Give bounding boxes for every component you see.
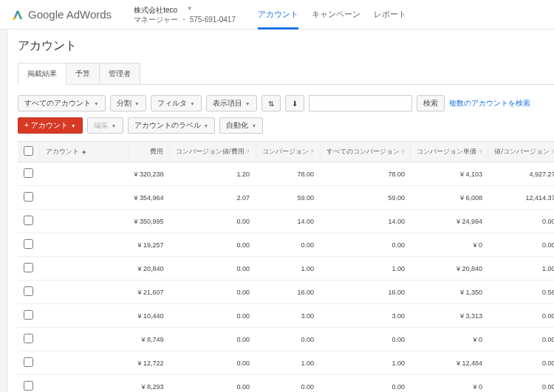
nav-campaign[interactable]: キャンペーン	[312, 0, 360, 30]
table-row: ¥ 8,2930.000.000.00¥ 00.00¥ 00.00%0.00%	[18, 375, 554, 393]
multi-account-search-link[interactable]: 複数のアカウントを検索	[449, 98, 530, 109]
help-icon: ?	[479, 148, 482, 155]
col-conv-val-cost[interactable]: コンバージョン値/費用 ?	[170, 142, 256, 162]
row-checkbox[interactable]	[24, 357, 33, 367]
col-conversions[interactable]: コンバージョン ?	[256, 142, 320, 162]
subtabs: 掲載結果 予算 管理者	[18, 63, 554, 85]
tab-admins[interactable]: 管理者	[99, 63, 140, 84]
row-checkbox[interactable]	[24, 381, 33, 391]
col-val-per-conv[interactable]: 値/コンバージョン ?	[488, 142, 554, 162]
caret-icon: ▼	[94, 101, 99, 106]
all-accounts-dropdown[interactable]: すべてのアカウント▼	[18, 95, 106, 111]
cell-account[interactable]	[40, 328, 129, 351]
cell-cost: ¥ 10,440	[129, 304, 170, 328]
cell-vpc: 0.00	[488, 233, 554, 257]
row-checkbox-cell	[18, 304, 40, 328]
chart-button[interactable]: ⇅	[261, 95, 281, 111]
labels-dropdown[interactable]: アカウントのラベル▼	[128, 117, 216, 134]
cell-vpc: 0.56	[488, 281, 554, 304]
table-row: ¥ 21,6070.0016.0016.00¥ 1,3500.56¥ 1,350…	[18, 281, 554, 304]
cell-convval: ¥ 3,313	[411, 304, 488, 328]
cell-vpc: 0.00	[488, 304, 554, 328]
cell-convval: ¥ 20,840	[411, 257, 488, 281]
row-checkbox[interactable]	[24, 192, 33, 202]
cell-cost: ¥ 354,964	[129, 186, 170, 210]
adwords-icon	[12, 9, 24, 21]
col-all-conversions[interactable]: すべてのコンバージョン ?	[320, 142, 411, 162]
cell-vpc: 0.00	[488, 210, 554, 233]
nav-report[interactable]: レポート	[374, 0, 406, 30]
cell-convval: ¥ 12,484	[411, 351, 488, 375]
row-checkbox-cell	[18, 351, 40, 375]
cell-allconv: 0.00	[320, 328, 411, 351]
cell-allconv: 0.00	[320, 233, 411, 257]
tab-budget[interactable]: 予算	[66, 63, 100, 84]
cell-cvc: 0.00	[170, 375, 256, 393]
row-checkbox[interactable]	[24, 310, 33, 320]
tab-results[interactable]: 掲載結果	[18, 63, 66, 85]
chart-icon: ⇅	[268, 100, 274, 108]
cell-convval: ¥ 6,008	[411, 186, 488, 210]
row-checkbox[interactable]	[24, 286, 33, 296]
caret-icon: ▼	[112, 123, 117, 128]
search-input[interactable]	[309, 95, 412, 111]
cell-allconv: 1.00	[320, 351, 411, 375]
cell-allconv: 0.00	[320, 375, 411, 393]
col-conv-value[interactable]: コンバージョン単価 ?	[411, 142, 488, 162]
segment-dropdown[interactable]: 分割▼	[110, 95, 146, 111]
cell-convval: ¥ 1,350	[411, 281, 488, 304]
client-switcher[interactable]: 株式会社teco ▼ マネージャー ・ 575-691-0417	[134, 5, 236, 24]
cell-account[interactable]	[40, 304, 129, 328]
cell-cost: ¥ 8,749	[129, 328, 170, 351]
add-account-button[interactable]: + アカウント▼	[18, 117, 83, 134]
cell-account[interactable]	[40, 375, 129, 393]
caret-icon: ▼	[134, 101, 140, 106]
caret-icon: ▼	[71, 123, 76, 128]
cell-cost: ¥ 320,238	[129, 162, 170, 186]
row-checkbox[interactable]	[24, 239, 33, 249]
edit-dropdown[interactable]: 編集▼	[87, 117, 123, 134]
cell-convval: ¥ 0	[411, 328, 488, 351]
top-nav: アカウント キャンペーン レポート	[258, 0, 406, 30]
cell-cost: ¥ 12,722	[129, 351, 170, 375]
client-name: 株式会社teco	[134, 6, 177, 14]
cell-account[interactable]	[40, 351, 129, 375]
help-icon: ?	[551, 148, 554, 155]
cell-account[interactable]	[40, 257, 129, 281]
columns-dropdown[interactable]: 表示項目▼	[206, 95, 257, 111]
col-cost[interactable]: 費用	[129, 142, 170, 162]
cell-allconv: 16.00	[320, 281, 411, 304]
page-title: アカウント	[18, 38, 554, 54]
row-checkbox[interactable]	[24, 216, 33, 225]
cell-account[interactable]	[40, 281, 129, 304]
cell-cost: ¥ 8,293	[129, 375, 170, 393]
cell-account[interactable]	[40, 210, 129, 233]
cell-allconv: 1.00	[320, 257, 411, 281]
cell-conv: 78.00	[256, 162, 320, 186]
cell-conv: 3.00	[256, 304, 320, 328]
select-all-checkbox[interactable]	[24, 146, 33, 156]
download-button[interactable]: ⬇	[285, 95, 304, 111]
automate-dropdown[interactable]: 自動化▼	[219, 117, 263, 134]
cell-cvc: 0.00	[170, 210, 256, 233]
table-row: ¥ 12,7220.001.001.00¥ 12,4840.00¥ 12,484…	[18, 351, 554, 375]
cell-conv: 0.00	[256, 328, 320, 351]
cell-account[interactable]	[40, 233, 129, 257]
nav-account[interactable]: アカウント	[258, 0, 298, 30]
cell-account[interactable]	[40, 186, 129, 210]
col-account[interactable]: アカウント◆	[40, 142, 129, 162]
row-checkbox[interactable]	[24, 168, 33, 178]
caret-icon: ▼	[204, 123, 209, 128]
row-checkbox[interactable]	[24, 263, 33, 272]
row-checkbox-cell	[18, 257, 40, 281]
table-row: ¥ 320,2381.2078.0078.00¥ 4,1034,927.27¥ …	[18, 162, 554, 186]
search-button[interactable]: 検索	[417, 95, 445, 111]
row-checkbox-cell	[18, 210, 40, 233]
cell-account[interactable]	[40, 162, 129, 186]
sort-icon: ◆	[82, 149, 86, 154]
table-row: ¥ 20,8400.001.001.00¥ 20,8401.00¥ 20,840…	[18, 257, 554, 281]
cell-cvc: 0.00	[170, 257, 256, 281]
cell-allconv: 14.00	[320, 210, 411, 233]
row-checkbox[interactable]	[24, 334, 33, 343]
filter-dropdown[interactable]: フィルタ▼	[151, 95, 202, 111]
